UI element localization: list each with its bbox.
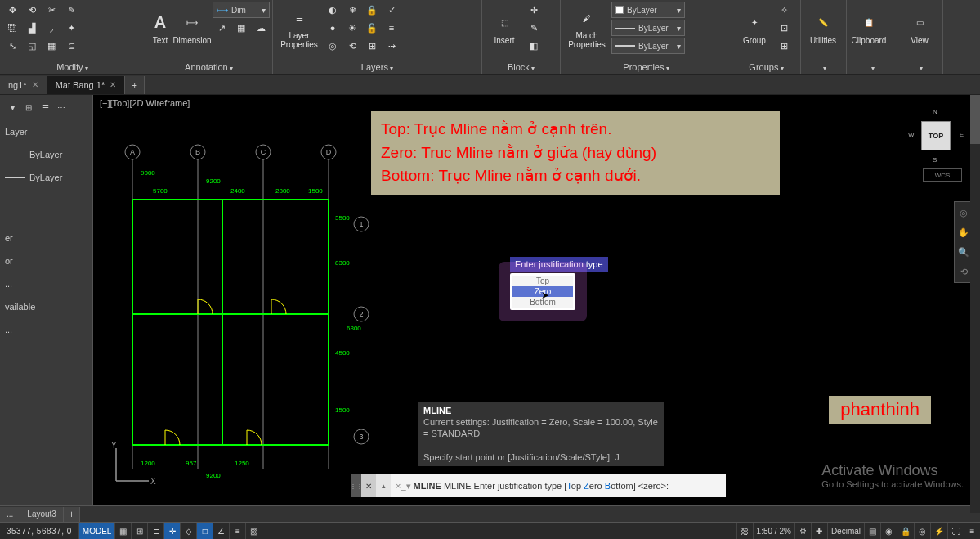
table-icon[interactable]: ▦ <box>232 20 250 36</box>
panel-properties[interactable]: Properties <box>564 61 728 73</box>
fillet-icon[interactable]: ◞ <box>43 20 60 36</box>
palette-tool-icon[interactable]: ▾ <box>5 100 20 115</box>
copy-icon[interactable]: ⿻ <box>3 20 21 36</box>
clipboard-button[interactable]: 📋Clipboard <box>850 2 888 54</box>
layout-tab-prev[interactable]: ... <box>0 507 20 522</box>
layer-iso-icon[interactable]: ◎ <box>324 38 342 54</box>
layer-make-icon[interactable]: ✓ <box>383 2 401 18</box>
lineweight-toggle-icon[interactable]: ≡ <box>229 523 245 539</box>
linetype-select[interactable]: ByLayer▾ <box>611 20 685 36</box>
gear-icon[interactable]: ⚙ <box>794 523 811 539</box>
text-button[interactable]: A Text <box>149 2 172 54</box>
palette-pin-icon[interactable]: ⊞ <box>21 100 36 115</box>
layer-on-icon[interactable]: ● <box>324 20 342 36</box>
palette-filter-icon[interactable]: ☰ <box>38 100 52 115</box>
anno-scale-icon[interactable]: ⛓ <box>736 523 753 539</box>
lock-ui-icon[interactable]: 🔒 <box>897 523 914 539</box>
layout-tab-3[interactable]: Layout3 <box>20 507 64 522</box>
close-icon[interactable]: ✕ <box>110 80 116 89</box>
layer-walk-icon[interactable]: ⇢ <box>383 38 401 54</box>
doc-tab-2[interactable]: Mat Bang 1*✕ <box>47 76 126 94</box>
layout-tab-add[interactable]: + <box>64 507 80 522</box>
move-icon[interactable]: ✥ <box>3 2 21 18</box>
panel-groups[interactable]: Groups <box>736 61 797 73</box>
model-space-button[interactable]: MODEL <box>78 523 115 539</box>
cleanscreen-icon[interactable]: ⛶ <box>947 523 964 539</box>
panel-clipboard[interactable]: . <box>850 64 893 73</box>
osnap-toggle-icon[interactable]: □ <box>196 523 213 539</box>
cmdline-grip-icon[interactable]: ⋮⋮ <box>351 474 361 497</box>
scroll-thumb[interactable] <box>970 95 980 144</box>
close-icon[interactable]: ✕ <box>32 80 38 89</box>
viewcube-top-face[interactable]: TOP <box>921 121 951 150</box>
iso-toggle-icon[interactable]: ◇ <box>180 523 196 539</box>
trim-icon[interactable]: ✂ <box>43 2 60 18</box>
panel-block[interactable]: Block <box>486 61 557 73</box>
match-properties-button[interactable]: 🖌 Match Properties <box>564 2 610 54</box>
units-readout[interactable]: Decimal <box>827 523 864 539</box>
layer-thaw-icon[interactable]: ☀ <box>343 20 361 36</box>
layer-freeze-icon[interactable]: ❄ <box>343 2 361 18</box>
panel-annotation[interactable]: Annotation <box>149 61 269 73</box>
insert-button[interactable]: ⬚ Insert <box>486 2 523 54</box>
group-select-icon[interactable]: ⊞ <box>775 38 793 54</box>
doc-tab-add[interactable]: + <box>125 76 145 94</box>
mirror-icon[interactable]: ▟ <box>23 20 41 36</box>
block-attr-icon[interactable]: ◧ <box>525 38 543 54</box>
layer-state-icon[interactable]: ⊞ <box>363 38 381 54</box>
dimension-button[interactable]: ⟼ Dimension <box>173 2 211 54</box>
color-select[interactable]: ByLayer▾ <box>611 2 685 18</box>
stretch-icon[interactable]: ⤡ <box>3 38 21 54</box>
customize-icon[interactable]: ≡ <box>964 523 980 539</box>
doc-tab-1[interactable]: ng1*✕ <box>0 76 47 94</box>
layer-lock-icon[interactable]: 🔒 <box>363 2 381 18</box>
cmdline-close-icon[interactable]: ✕ <box>361 474 376 497</box>
cmdline-history-icon[interactable]: ▴ <box>376 474 391 497</box>
layer-match-icon[interactable]: ≡ <box>383 20 401 36</box>
wcs-indicator[interactable]: WCS <box>923 168 962 182</box>
block-create-icon[interactable]: ✢ <box>525 2 543 18</box>
anno-vis-icon[interactable]: ✚ <box>811 523 827 539</box>
grid-toggle-icon[interactable]: ▦ <box>114 523 131 539</box>
ungroup-icon[interactable]: ✧ <box>775 2 793 18</box>
command-input[interactable]: ×_▾ MLINE MLINE Enter justification type… <box>391 481 726 492</box>
explode-icon[interactable]: ✦ <box>62 20 80 36</box>
lineweight-select[interactable]: ByLayer▾ <box>611 38 685 54</box>
layer-off-icon[interactable]: ◐ <box>324 2 342 18</box>
block-edit-icon[interactable]: ✎ <box>525 20 543 36</box>
coordinates-readout[interactable]: 35377, 56837, 0 <box>0 527 78 536</box>
group-button[interactable]: ✦ Group <box>736 2 773 54</box>
panel-layers[interactable]: Layers <box>276 61 478 73</box>
snap-toggle-icon[interactable]: ⊞ <box>131 523 147 539</box>
cloud-icon[interactable]: ☁ <box>252 20 270 36</box>
panel-view[interactable]: . <box>901 64 939 73</box>
ortho-toggle-icon[interactable]: ⊏ <box>147 523 163 539</box>
layer-prev-icon[interactable]: ⟲ <box>343 38 361 54</box>
nav-orbit-icon[interactable]: ⟲ <box>956 264 971 279</box>
scale-icon[interactable]: ◱ <box>23 38 41 54</box>
scale-readout[interactable]: 1:50 / 2% <box>753 523 794 539</box>
offset-icon[interactable]: ⊆ <box>62 38 80 54</box>
otrack-toggle-icon[interactable]: ∠ <box>213 523 229 539</box>
option-top[interactable]: Top <box>512 276 573 286</box>
panel-utilities[interactable]: . <box>804 64 843 73</box>
prop-lineweight-row[interactable]: ByLayer <box>5 168 87 186</box>
layer-unlock-icon[interactable]: 🔓 <box>363 20 381 36</box>
nav-zoom-icon[interactable]: 🔍 <box>956 245 971 259</box>
layer-properties-button[interactable]: ☰ Layer Properties <box>276 2 322 54</box>
drawing-viewport[interactable]: [−][Top][2D Wireframe] A B C D 1 2 3 <box>93 95 980 505</box>
nav-wheel-icon[interactable]: ◎ <box>956 205 971 220</box>
leader-icon[interactable]: ↗ <box>213 20 230 36</box>
vertical-scrollbar[interactable] <box>970 95 980 513</box>
polar-toggle-icon[interactable]: ✛ <box>163 523 180 539</box>
prop-linetype-row[interactable]: ByLayer <box>5 146 87 164</box>
erase-icon[interactable]: ✎ <box>62 2 80 18</box>
option-zero[interactable]: Zero <box>512 286 573 297</box>
hwaccel-icon[interactable]: ⚡ <box>930 523 947 539</box>
palette-more-icon[interactable]: ⋯ <box>54 100 69 115</box>
panel-modify[interactable]: Modify <box>3 61 141 73</box>
command-line[interactable]: ⋮⋮ ✕ ▴ ×_▾ MLINE MLINE Enter justificati… <box>351 474 726 497</box>
quickprops-icon[interactable]: ▤ <box>864 523 880 539</box>
transparency-toggle-icon[interactable]: ▨ <box>245 523 262 539</box>
viewport-controls[interactable]: [−][Top][2D Wireframe] <box>100 98 190 108</box>
